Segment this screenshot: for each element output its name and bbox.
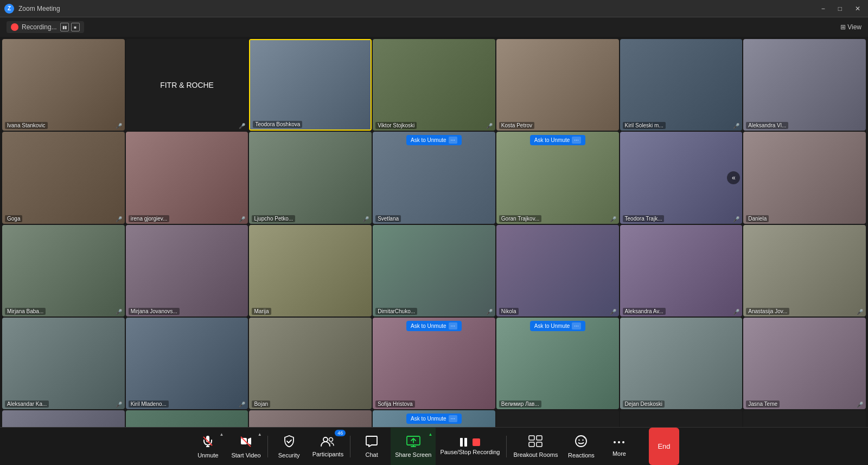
pause-recording-button[interactable]: ▮▮ — [60, 23, 69, 31]
minimize-button[interactable]: − — [818, 4, 828, 14]
title-bar: Z Zoom Meeting − □ ✕ — [0, 0, 868, 17]
share-screen-button[interactable]: Share Screen ▲ — [391, 428, 436, 465]
chat-label: Chat — [366, 451, 378, 458]
maximize-button[interactable]: □ — [835, 4, 845, 14]
participant-cell-mirjana-baba: Mirjana Baba... 🎤 — [2, 225, 125, 317]
participant-name: Anastasija Jov... — [746, 308, 789, 315]
participant-cell-sofija: Ask to Unmute ··· Sofija Hristova — [373, 318, 495, 409]
ask-unmute-sofija[interactable]: Ask to Unmute ··· — [406, 321, 462, 331]
unmute-caret-icon[interactable]: ▲ — [220, 432, 224, 437]
participant-cell-andrijana: Andrijana Ser... 🎤 — [2, 410, 125, 427]
participant-name: Aleksandar Ka... — [5, 401, 49, 408]
participant-cell-goga: Goga 🎤 — [2, 132, 125, 223]
participant-name: Mirjana Jovanovs... — [129, 308, 180, 315]
ask-unmute-svetlana[interactable]: Ask to Unmute ··· — [406, 135, 462, 145]
mute-icon: 🎤 — [610, 216, 616, 222]
participant-cell-mirjana-jov: Mirjana Jovanovs... — [126, 225, 248, 317]
main-video-area: Ivana Stankovic 🎤 FITR & ROCHE 🎤 Teodora… — [0, 37, 868, 427]
participant-name: Kiril Soleski m... — [623, 122, 666, 129]
end-meeting-button[interactable]: End — [649, 428, 679, 465]
stop-recording-button[interactable]: ■ — [71, 23, 80, 31]
participant-cell-teodora-traj: Teodora Trajk... 🎤 « — [620, 132, 743, 223]
participant-cell-jasna: Jasna Teme 🎤 — [743, 318, 866, 409]
microphone-muted-icon — [201, 435, 214, 450]
share-screen-icon — [406, 435, 420, 449]
participant-cell-ivana: Ivana Stankovic 🎤 — [2, 39, 125, 131]
svg-point-20 — [614, 441, 616, 443]
title-bar-left: Z Zoom Meeting — [4, 4, 60, 14]
start-video-caret-icon[interactable]: ▲ — [258, 432, 262, 437]
collapse-arrow-button[interactable]: « — [727, 171, 740, 184]
zoom-icon: Z — [4, 4, 14, 14]
security-button[interactable]: Security — [270, 428, 308, 465]
breakout-rooms-icon — [528, 435, 542, 449]
svg-rect-13 — [537, 436, 542, 440]
participant-cell-boban: Ask to Unmute ··· Boban Sugare... — [373, 410, 495, 427]
mute-icon: 🎤 — [116, 402, 122, 408]
participant-cell-ilir: Ilir hasani 🎤 — [620, 410, 743, 427]
unmute-button[interactable]: Unmute ▲ — [189, 428, 227, 465]
share-screen-caret-icon[interactable]: ▲ — [428, 432, 432, 437]
participant-cell-aleksandra-av: Aleksandra Av... 🎤 — [620, 225, 743, 317]
participant-name: Teodora Boshkova — [253, 121, 302, 128]
top-bar: Recording... ▮▮ ■ ⊞ View — [0, 17, 868, 37]
recording-controls: ▮▮ ■ — [60, 23, 80, 31]
participant-cell-aleksandar-ka: Aleksandar Ka... 🎤 — [2, 318, 125, 409]
end-label: End — [658, 442, 670, 450]
participants-button[interactable]: Participants ▲ 46 — [308, 428, 348, 465]
chat-button[interactable]: Chat — [353, 428, 391, 465]
close-button[interactable]: ✕ — [852, 4, 864, 14]
more-button[interactable]: More — [600, 428, 638, 465]
mute-icon: 🎤 — [610, 309, 616, 315]
reactions-icon: + — [575, 435, 588, 450]
recording-dot — [11, 23, 18, 31]
video-row-0: Ivana Stankovic 🎤 FITR & ROCHE 🎤 Teodora… — [2, 39, 866, 131]
participant-name: Ivana Stankovic — [5, 122, 48, 129]
video-row-1: Goga 🎤 irena gjorgiev... 🎤 Ljupcho Petko… — [2, 132, 866, 223]
participant-name: Viktor Stojkoski — [375, 122, 417, 129]
breakout-rooms-label: Breakout Rooms — [513, 451, 558, 458]
recording-badge: Recording... ▮▮ ■ — [7, 21, 84, 33]
reactions-button[interactable]: + Reactions — [562, 428, 600, 465]
participant-name: Aleksandra Vl... — [746, 122, 788, 129]
window-controls: − □ ✕ — [818, 4, 864, 14]
participant-name: Teodora Trajk... — [623, 215, 665, 222]
start-video-button[interactable]: Start Video ▲ — [227, 428, 265, 465]
mute-icon: 🎤 — [733, 309, 739, 315]
mute-icon: 🎤 — [733, 216, 739, 222]
breakout-rooms-button[interactable]: Breakout Rooms — [509, 428, 562, 465]
participant-name: Goran Trajkov... — [499, 215, 541, 222]
ask-unmute-velimir[interactable]: Ask to Unmute ··· — [530, 321, 585, 331]
participant-cell-aleksandra: Aleksandra Vl... — [743, 39, 866, 131]
ask-unmute-boban[interactable]: Ask to Unmute ··· — [406, 414, 462, 424]
mute-icon: 🎤 — [239, 402, 245, 408]
participant-cell-nikola: Nikola 🎤 — [496, 225, 619, 317]
svg-rect-14 — [529, 442, 534, 447]
pause-stop-recording-icon — [460, 438, 480, 447]
participant-name: irena gjorgiev... — [129, 215, 170, 222]
participants-label: Participants — [312, 451, 343, 457]
unmute-label: Unmute — [197, 452, 219, 458]
participant-cell-bojan: Bojan — [249, 318, 372, 409]
participant-cell-kosta: Kosta Petrov — [496, 39, 619, 131]
view-button[interactable]: ⊞ View — [840, 23, 861, 31]
svg-text:+: + — [583, 435, 586, 440]
participant-name: Велимир Лав... — [499, 401, 541, 408]
mute-icon: 🎤 — [857, 309, 863, 315]
pause-stop-label: Pause/Stop Recording — [440, 449, 500, 455]
participant-cell-anastasija: Anastasija Jov... 🎤 — [743, 225, 866, 317]
participant-name: Sofija Hristova — [375, 401, 414, 408]
participant-cell-irena-popovikj: Irena Popovikj 🎤 — [496, 410, 619, 427]
participant-name-text: FITR & ROCHE — [158, 79, 216, 92]
share-screen-label: Share Screen — [395, 451, 431, 458]
security-icon — [283, 435, 295, 450]
toolbar-separator-1 — [267, 436, 268, 457]
participant-name: Bojan — [252, 401, 270, 408]
participant-cell-goran: Ask to Unmute ··· Goran Trajkov... 🎤 — [496, 132, 619, 223]
participant-cell-fitr2: FITR & ROCHE 🎤 — [743, 410, 866, 427]
video-row-2: Mirjana Baba... 🎤 Mirjana Jovanovs... Ma… — [2, 225, 866, 317]
ask-unmute-goran[interactable]: Ask to Unmute ··· — [530, 135, 585, 145]
participant-cell-viktor: Viktor Stojkoski 🎤 — [373, 39, 495, 131]
participants-count-badge: 46 — [335, 430, 346, 436]
pause-stop-recording-button[interactable]: Pause/Stop Recording — [436, 428, 504, 465]
